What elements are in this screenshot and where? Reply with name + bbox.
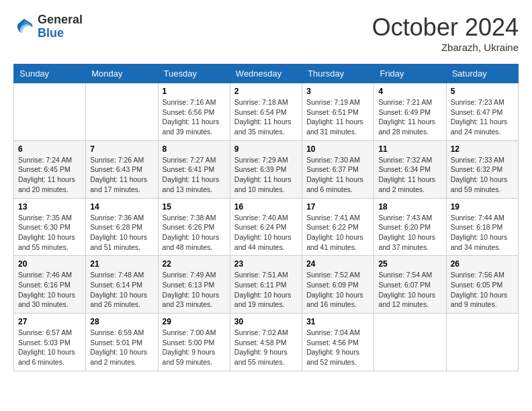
- calendar-cell: 11Sunrise: 7:32 AMSunset: 6:34 PMDayligh…: [374, 140, 446, 198]
- day-info: Sunrise: 7:16 AMSunset: 6:56 PMDaylight:…: [163, 97, 226, 137]
- day-number: 3: [306, 87, 369, 96]
- day-info: Sunrise: 7:54 AMSunset: 6:07 PMDaylight:…: [378, 270, 441, 310]
- day-number: 27: [18, 317, 81, 326]
- day-number: 30: [234, 317, 298, 326]
- col-saturday: Saturday: [446, 64, 518, 83]
- day-info: Sunrise: 7:36 AMSunset: 6:28 PMDaylight:…: [90, 213, 153, 253]
- day-number: 4: [378, 87, 441, 96]
- day-number: 14: [90, 202, 153, 212]
- col-wednesday: Wednesday: [230, 64, 302, 83]
- calendar-header-row: Sunday Monday Tuesday Wednesday Thursday…: [14, 64, 519, 83]
- calendar-cell: 16Sunrise: 7:40 AMSunset: 6:24 PMDayligh…: [230, 198, 302, 256]
- day-number: 25: [378, 259, 441, 269]
- day-number: 9: [234, 144, 298, 154]
- day-number: 23: [234, 259, 298, 269]
- calendar-cell: 28Sunrise: 6:59 AMSunset: 5:01 PMDayligh…: [86, 314, 158, 371]
- day-number: 31: [306, 317, 369, 326]
- day-info: Sunrise: 7:04 AMSunset: 4:56 PMDaylight:…: [306, 328, 369, 367]
- day-number: 28: [90, 317, 153, 326]
- calendar-cell: 7Sunrise: 7:26 AMSunset: 6:43 PMDaylight…: [86, 140, 158, 198]
- day-info: Sunrise: 7:29 AMSunset: 6:39 PMDaylight:…: [234, 155, 298, 195]
- day-info: Sunrise: 7:33 AMSunset: 6:32 PMDaylight:…: [451, 155, 514, 195]
- col-monday: Monday: [86, 64, 158, 83]
- calendar-cell: 4Sunrise: 7:21 AMSunset: 6:49 PMDaylight…: [374, 83, 446, 141]
- day-info: Sunrise: 7:19 AMSunset: 6:51 PMDaylight:…: [306, 97, 369, 137]
- logo: General Blue: [13, 13, 83, 40]
- calendar-cell: 19Sunrise: 7:44 AMSunset: 6:18 PMDayligh…: [446, 198, 518, 256]
- col-tuesday: Tuesday: [158, 64, 230, 83]
- day-number: 16: [234, 202, 298, 212]
- calendar-cell: 12Sunrise: 7:33 AMSunset: 6:32 PMDayligh…: [446, 140, 518, 198]
- day-number: 1: [163, 87, 226, 96]
- calendar-cell: 26Sunrise: 7:56 AMSunset: 6:05 PMDayligh…: [446, 256, 518, 314]
- day-number: 21: [90, 259, 153, 269]
- location-subtitle: Zbarazh, Ukraine: [372, 42, 519, 53]
- day-number: 5: [451, 87, 514, 96]
- calendar-cell: [86, 83, 158, 141]
- calendar-cell: 17Sunrise: 7:41 AMSunset: 6:22 PMDayligh…: [302, 198, 374, 256]
- day-info: Sunrise: 7:24 AMSunset: 6:45 PMDaylight:…: [18, 155, 81, 195]
- calendar-cell: 6Sunrise: 7:24 AMSunset: 6:45 PMDaylight…: [14, 140, 86, 198]
- day-info: Sunrise: 7:46 AMSunset: 6:16 PMDaylight:…: [18, 270, 81, 310]
- day-number: 6: [18, 144, 81, 154]
- calendar-cell: 25Sunrise: 7:54 AMSunset: 6:07 PMDayligh…: [374, 256, 446, 314]
- calendar-cell: [14, 83, 86, 141]
- day-info: Sunrise: 7:44 AMSunset: 6:18 PMDaylight:…: [451, 213, 514, 253]
- day-number: 11: [378, 144, 441, 154]
- day-number: 7: [90, 144, 153, 154]
- logo-blue-text: Blue: [38, 26, 64, 40]
- day-info: Sunrise: 7:02 AMSunset: 4:58 PMDaylight:…: [234, 328, 298, 367]
- calendar-cell: 27Sunrise: 6:57 AMSunset: 5:03 PMDayligh…: [14, 314, 86, 371]
- day-number: 26: [451, 259, 514, 269]
- calendar-cell: 9Sunrise: 7:29 AMSunset: 6:39 PMDaylight…: [230, 140, 302, 198]
- col-sunday: Sunday: [14, 64, 86, 83]
- logo-general-text: General: [38, 13, 83, 26]
- day-number: 29: [163, 317, 226, 326]
- day-number: 18: [378, 202, 441, 212]
- calendar-cell: 30Sunrise: 7:02 AMSunset: 4:58 PMDayligh…: [230, 314, 302, 371]
- day-info: Sunrise: 7:26 AMSunset: 6:43 PMDaylight:…: [90, 155, 153, 195]
- day-info: Sunrise: 7:43 AMSunset: 6:20 PMDaylight:…: [378, 213, 441, 253]
- day-info: Sunrise: 7:48 AMSunset: 6:14 PMDaylight:…: [90, 270, 153, 310]
- calendar-cell: 13Sunrise: 7:35 AMSunset: 6:30 PMDayligh…: [14, 198, 86, 256]
- day-info: Sunrise: 7:38 AMSunset: 6:26 PMDaylight:…: [163, 213, 226, 253]
- day-info: Sunrise: 7:23 AMSunset: 6:47 PMDaylight:…: [451, 97, 514, 137]
- day-number: 15: [163, 202, 226, 212]
- calendar-cell: 1Sunrise: 7:16 AMSunset: 6:56 PMDaylight…: [158, 83, 230, 141]
- calendar-cell: 31Sunrise: 7:04 AMSunset: 4:56 PMDayligh…: [302, 314, 374, 371]
- day-info: Sunrise: 7:32 AMSunset: 6:34 PMDaylight:…: [378, 155, 441, 195]
- calendar-cell: 14Sunrise: 7:36 AMSunset: 6:28 PMDayligh…: [86, 198, 158, 256]
- calendar-cell: 5Sunrise: 7:23 AMSunset: 6:47 PMDaylight…: [446, 83, 518, 141]
- calendar-cell: 20Sunrise: 7:46 AMSunset: 6:16 PMDayligh…: [14, 256, 86, 314]
- day-number: 2: [234, 87, 298, 96]
- calendar-cell: 8Sunrise: 7:27 AMSunset: 6:41 PMDaylight…: [158, 140, 230, 198]
- day-info: Sunrise: 7:52 AMSunset: 6:09 PMDaylight:…: [306, 270, 369, 310]
- calendar-cell: [446, 314, 518, 371]
- day-number: 13: [18, 202, 81, 212]
- calendar-cell: 24Sunrise: 7:52 AMSunset: 6:09 PMDayligh…: [302, 256, 374, 314]
- day-info: Sunrise: 7:51 AMSunset: 6:11 PMDaylight:…: [234, 270, 298, 310]
- calendar-cell: 21Sunrise: 7:48 AMSunset: 6:14 PMDayligh…: [86, 256, 158, 314]
- logo-icon: [13, 16, 35, 38]
- day-info: Sunrise: 7:40 AMSunset: 6:24 PMDaylight:…: [234, 213, 298, 253]
- day-info: Sunrise: 7:56 AMSunset: 6:05 PMDaylight:…: [451, 270, 514, 310]
- day-number: 24: [306, 259, 369, 269]
- title-block: October 2024 Zbarazh, Ukraine: [372, 13, 519, 53]
- calendar-table: Sunday Monday Tuesday Wednesday Thursday…: [13, 64, 519, 371]
- day-info: Sunrise: 7:18 AMSunset: 6:54 PMDaylight:…: [234, 97, 298, 137]
- day-info: Sunrise: 7:41 AMSunset: 6:22 PMDaylight:…: [306, 213, 369, 253]
- day-number: 12: [451, 144, 514, 154]
- day-info: Sunrise: 7:21 AMSunset: 6:49 PMDaylight:…: [378, 97, 441, 137]
- day-info: Sunrise: 7:27 AMSunset: 6:41 PMDaylight:…: [163, 155, 226, 195]
- day-info: Sunrise: 7:00 AMSunset: 5:00 PMDaylight:…: [163, 328, 226, 367]
- calendar-cell: 22Sunrise: 7:49 AMSunset: 6:13 PMDayligh…: [158, 256, 230, 314]
- day-number: 10: [306, 144, 369, 154]
- calendar-cell: 3Sunrise: 7:19 AMSunset: 6:51 PMDaylight…: [302, 83, 374, 141]
- calendar-cell: [374, 314, 446, 371]
- day-info: Sunrise: 7:35 AMSunset: 6:30 PMDaylight:…: [18, 213, 81, 253]
- page-header: General Blue October 2024 Zbarazh, Ukrai…: [13, 13, 519, 53]
- calendar-cell: 10Sunrise: 7:30 AMSunset: 6:37 PMDayligh…: [302, 140, 374, 198]
- day-number: 19: [451, 202, 514, 212]
- day-number: 22: [163, 259, 226, 269]
- day-number: 20: [18, 259, 81, 269]
